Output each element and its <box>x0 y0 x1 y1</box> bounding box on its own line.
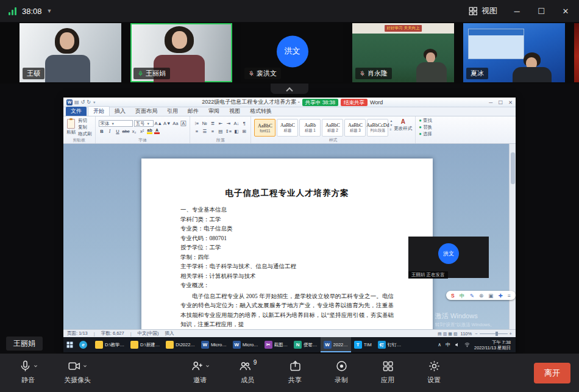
font-size-select[interactable]: 五号▼ <box>134 120 154 127</box>
video-tile-wanglijuan-active-speaker[interactable]: 王丽娟 <box>130 23 232 82</box>
tab-page-layout[interactable]: 页面布局 <box>130 107 162 116</box>
video-tile-wangshuo[interactable]: 王硕 <box>20 23 121 82</box>
meeting-tool-icon[interactable]: S <box>451 293 455 299</box>
video-tile-peihongwen[interactable]: 洪文 裴洪文 <box>241 23 343 82</box>
zoom-percent[interactable]: 110% <box>461 331 472 337</box>
paste-button[interactable]: 粘贴 <box>66 118 76 137</box>
style-item[interactable]: AaBb 标题 1 <box>299 119 321 137</box>
camera-off-button[interactable]: 关摄像头 <box>50 358 105 385</box>
partial-next-video-tile[interactable] <box>574 23 579 82</box>
multilevel-list-icon[interactable]: ≣ <box>209 120 216 127</box>
redo-icon[interactable]: ↻ <box>87 99 91 105</box>
word-minimize-icon[interactable]: ─ <box>489 99 492 105</box>
leave-meeting-button[interactable]: 离开 <box>534 363 570 383</box>
bold-button[interactable]: B <box>99 128 105 135</box>
style-item[interactable]: AaBbC 标题 <box>277 119 298 137</box>
align-left-icon[interactable]: ≡ <box>193 128 200 135</box>
zoom-slider[interactable]: −+ <box>475 331 512 337</box>
superscript-button[interactable]: x² <box>139 128 146 135</box>
share-screen-button[interactable]: 共享 <box>273 358 317 385</box>
tab-view[interactable]: 视图 <box>224 107 245 116</box>
style-item[interactable]: AaBbC 标题 2 <box>322 119 343 137</box>
mute-button[interactable]: 静音 <box>6 358 50 385</box>
settings-button[interactable]: 设置 <box>412 358 456 385</box>
taskbar-app-notes[interactable]: N 便签… <box>291 337 321 352</box>
taskbar-app-dingtalk[interactable]: 钉 钉钉… <box>375 337 405 352</box>
pointer-tool-icon[interactable]: ⊕ <box>479 293 483 299</box>
camera-options-caret-icon[interactable] <box>83 364 87 368</box>
taskbar-app-word-active[interactable]: W 2022… <box>321 337 351 352</box>
underline-button[interactable]: U <box>115 128 121 135</box>
view-mode-buttons[interactable]: ▤▥▦▧ <box>436 331 458 337</box>
decrease-indent-icon[interactable]: ⇤ <box>217 120 224 127</box>
floating-speaker-video[interactable]: 洪文 王丽娟 正在发言 <box>408 237 489 278</box>
collapse-thumbnails-button[interactable] <box>271 84 308 94</box>
style-gallery-scroll[interactable]: ▲▼≡ <box>389 119 393 131</box>
line-spacing-icon[interactable]: ⇕≡ <box>225 128 232 135</box>
undo-icon[interactable]: ↺ <box>81 99 85 105</box>
ime-indicator-icon[interactable]: 中 <box>460 293 465 299</box>
scrollbar-thumb[interactable] <box>511 152 515 184</box>
start-button[interactable] <box>63 337 76 352</box>
apps-button[interactable]: 应用 <box>366 358 410 385</box>
pen-tool-icon[interactable]: ✎ <box>470 293 474 299</box>
subscript-button[interactable]: x₂ <box>131 128 138 135</box>
replace-button[interactable]: ● 替换 <box>419 124 432 130</box>
strikethrough-button[interactable]: abc <box>123 128 130 135</box>
clear-format-icon[interactable]: 🄰 <box>180 120 186 127</box>
font-name-select[interactable]: 宋体▼ <box>99 120 133 127</box>
font-color-button[interactable]: A <box>154 128 160 135</box>
insert-mode-indicator[interactable]: 插入 <box>165 330 174 337</box>
minimize-button[interactable]: ─ <box>512 7 522 16</box>
language-indicator[interactable]: 中文(中国) <box>138 330 159 337</box>
tab-home[interactable]: 开始 <box>88 106 110 116</box>
cut-button[interactable]: 剪切 <box>78 118 92 124</box>
volume-icon[interactable] <box>455 342 460 347</box>
numbering-icon[interactable]: № <box>201 120 208 127</box>
qat-dropdown-icon[interactable]: ▼ <box>93 101 96 104</box>
word-close-icon[interactable]: ✕ <box>508 99 513 105</box>
taskbar-app-snip[interactable]: ✂ 截图… <box>261 337 291 352</box>
sort-icon[interactable]: A↓ <box>233 120 240 127</box>
taskbar-app-folder[interactable]: D\2022… <box>163 337 198 352</box>
view-layout-button[interactable]: 视图 <box>469 5 497 16</box>
record-button[interactable]: 录制 <box>319 358 363 385</box>
style-item[interactable]: AaBbCcDd 列出段落 <box>367 119 388 137</box>
word-count[interactable]: 字数: 6,627 <box>101 330 124 337</box>
taskbar-app-tim[interactable]: T TIM <box>351 337 375 352</box>
members-button[interactable]: 9 成员 <box>226 358 269 385</box>
select-button[interactable]: ● 选择 <box>419 131 432 137</box>
word-maximize-icon[interactable]: ☐ <box>498 99 503 105</box>
tab-format-convert[interactable]: 格式转换 <box>245 107 277 116</box>
ime-indicator[interactable]: 中 <box>446 341 450 348</box>
close-button[interactable]: ✕ <box>561 7 570 16</box>
zoom-knob[interactable] <box>496 332 498 336</box>
find-button[interactable]: ● 查找 <box>419 118 432 124</box>
align-right-icon[interactable]: ≡ <box>209 128 216 135</box>
taskbar-app-folder[interactable]: D:\教学… <box>92 337 127 352</box>
change-styles-button[interactable]: A 更改样式 <box>394 119 412 132</box>
grow-font-icon[interactable]: A▲ <box>155 120 162 127</box>
borders-icon[interactable]: ⊞ <box>241 128 247 135</box>
italic-button[interactable]: I <box>107 128 113 135</box>
timer-dropdown-caret-icon[interactable]: ▼ <box>47 8 52 14</box>
word-vertical-scrollbar[interactable] <box>509 144 516 329</box>
justify-icon[interactable]: ▤ <box>217 128 224 135</box>
invite-caret-icon[interactable] <box>205 364 210 368</box>
shrink-font-icon[interactable]: A▼ <box>163 120 171 127</box>
screen-tool-icon[interactable]: ▣ <box>488 293 493 299</box>
taskbar-app-ie[interactable]: e <box>76 337 92 352</box>
mic-options-caret-icon[interactable] <box>34 364 38 368</box>
format-painter-button[interactable]: 格式刷 <box>78 131 92 137</box>
stop-sharing-button[interactable]: 结束共享 <box>341 99 368 106</box>
video-tile-xiaoyonglong[interactable]: 好好学习 天天向上 肖永隆 <box>352 23 454 82</box>
style-item[interactable]: AaBbC font11 <box>254 119 275 137</box>
tab-references[interactable]: 引用 <box>162 107 183 116</box>
bullets-icon[interactable]: ⁝≡ <box>193 120 200 127</box>
network-icon[interactable] <box>464 342 470 347</box>
add-tool-icon[interactable]: ✚ <box>499 293 503 299</box>
share-floating-toolbar[interactable]: S 中 ✎ ⊕ ▣ ✚ ≡ <box>446 291 516 300</box>
taskbar-clock[interactable]: 下午 7:38 2022/11/13 星期日 <box>474 340 511 351</box>
tray-expand-icon[interactable]: ∧ <box>438 342 441 347</box>
invite-button[interactable]: 邀请 <box>178 358 222 385</box>
